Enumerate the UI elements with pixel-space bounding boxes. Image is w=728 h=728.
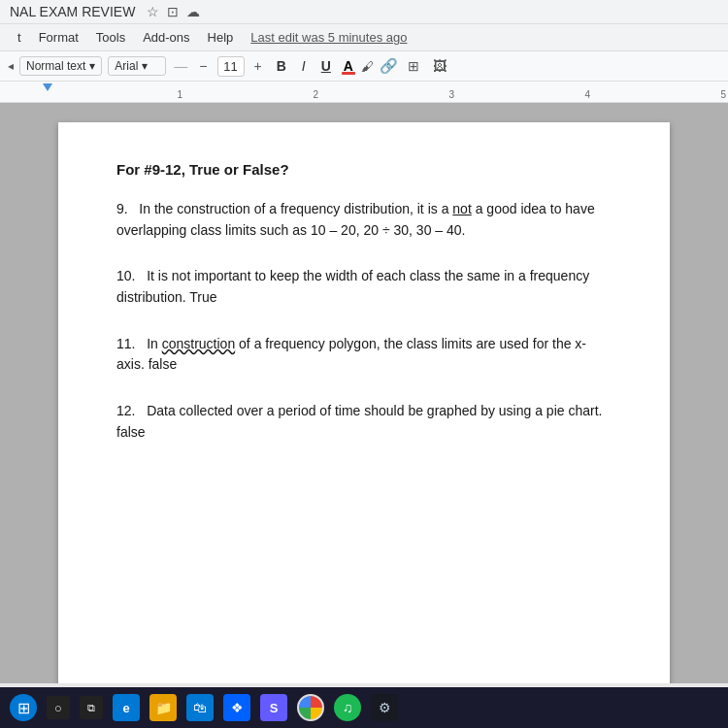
dropbox-icon[interactable]: ❖ — [223, 694, 250, 721]
star-icon[interactable]: ☆ — [147, 4, 159, 19]
store-icon[interactable]: 🛍 — [186, 694, 214, 721]
title-icons: ☆ ⊡ ☁ — [147, 4, 200, 19]
chrome-icon[interactable] — [297, 694, 324, 721]
last-edit-label[interactable]: Last edit was 5 minutes ago — [250, 30, 407, 45]
italic-button[interactable]: I — [297, 55, 311, 77]
separator-1: — — [174, 58, 187, 74]
menu-item-tools[interactable]: Tools — [88, 27, 133, 48]
question-9-text: 9. In the construction of a frequency di… — [116, 199, 612, 241]
style-dropdown-arrow: ▾ — [89, 59, 95, 73]
taskview-button[interactable]: ⧉ — [80, 696, 103, 719]
search-button[interactable]: ○ — [47, 696, 70, 719]
ruler-mark-3: 3 — [320, 89, 456, 100]
document-title: NAL EXAM REVIEW — [10, 4, 135, 19]
q10-number: 10. — [116, 268, 135, 283]
spotify-icon[interactable]: ♫ — [334, 694, 361, 721]
question-9: 9. In the construction of a frequency di… — [116, 199, 612, 241]
q11-underline-construction: construction — [162, 336, 235, 351]
comment-icon[interactable]: ⊞ — [404, 56, 423, 76]
toolbar: ◂ Normal text ▾ Arial ▾ — − 11 + B I U A… — [0, 51, 728, 82]
folder-icon[interactable]: 📁 — [149, 694, 177, 721]
q12-number: 12. — [116, 403, 135, 418]
q9-underline-not: not — [452, 201, 471, 216]
document-area[interactable]: For #9-12, True or False? 9. In the cons… — [0, 103, 728, 683]
stripe-icon[interactable]: S — [260, 694, 287, 721]
taskbar: ⊞ ○ ⧉ e 📁 🛍 ❖ S ♫ ⚙ — [0, 687, 728, 728]
question-10: 10. It is not important to keep the widt… — [116, 266, 612, 308]
link-icon[interactable]: 🔗 — [380, 57, 398, 75]
q9-number: 9. — [116, 201, 128, 216]
title-bar: NAL EXAM REVIEW ☆ ⊡ ☁ — [0, 0, 728, 24]
menu-item-help[interactable]: Help — [200, 27, 242, 48]
style-selector[interactable]: Normal text ▾ — [19, 56, 102, 76]
font-size-increase[interactable]: + — [250, 56, 266, 76]
font-label: Arial — [115, 59, 138, 73]
windows-button[interactable]: ⊞ — [10, 694, 37, 721]
font-size-value[interactable]: 11 — [217, 56, 245, 77]
section-heading: For #9-12, True or False? — [116, 161, 612, 178]
cloud-icon[interactable]: ☁ — [186, 4, 200, 19]
question-12: 12. Data collected over a period of time… — [116, 401, 612, 443]
font-dropdown-arrow: ▾ — [142, 59, 148, 73]
image-icon[interactable]: 🖼 — [429, 56, 450, 76]
font-size-decrease[interactable]: − — [195, 56, 211, 76]
steam-icon[interactable]: ⚙ — [371, 694, 398, 721]
question-11-text: 11. In construction of a frequency polyg… — [116, 334, 612, 376]
ruler-mark-4: 4 — [456, 89, 592, 100]
q11-number: 11. — [116, 336, 135, 351]
ruler-marks: 1 2 3 4 5 — [49, 82, 728, 102]
menu-bar: t Format Tools Add-ons Help Last edit wa… — [0, 24, 728, 51]
question-10-text: 10. It is not important to keep the widt… — [116, 266, 612, 308]
ruler-mark-1: 1 — [49, 89, 184, 100]
style-label: Normal text — [26, 59, 85, 73]
ruler-mark-5: 5 — [592, 89, 728, 100]
save-icon[interactable]: ⊡ — [167, 4, 179, 19]
document-page[interactable]: For #9-12, True or False? 9. In the cons… — [58, 122, 670, 683]
ruler: 1 2 3 4 5 — [0, 82, 728, 103]
ruler-mark-2: 2 — [184, 89, 320, 100]
font-color-button[interactable]: A — [342, 58, 355, 75]
menu-item-format[interactable]: Format — [31, 27, 86, 48]
edge-icon[interactable]: e — [113, 694, 140, 721]
bold-button[interactable]: B — [272, 55, 291, 77]
menu-item-t[interactable]: t — [10, 27, 29, 48]
question-11: 11. In construction of a frequency polyg… — [116, 334, 612, 376]
menu-item-addons[interactable]: Add-ons — [135, 27, 197, 48]
color-underline-red — [342, 72, 355, 75]
paint-icon[interactable]: 🖌 — [361, 59, 374, 74]
question-12-text: 12. Data collected over a period of time… — [116, 401, 612, 443]
font-selector[interactable]: Arial ▾ — [108, 56, 166, 76]
underline-button[interactable]: U — [316, 55, 336, 77]
toolbar-back-arrow[interactable]: ◂ — [8, 59, 14, 73]
